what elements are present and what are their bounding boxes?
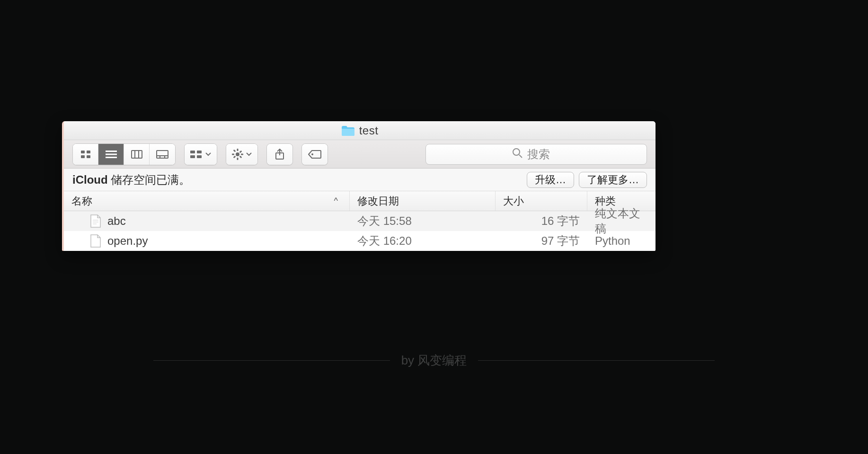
title-bar: test: [64, 121, 655, 140]
file-date: 今天 15:58: [357, 214, 412, 229]
watermark-text: by 风变编程: [401, 352, 467, 369]
search-icon: [512, 148, 523, 161]
svg-rect-2: [81, 155, 85, 158]
view-mode-group: [72, 143, 176, 165]
banner-strong: iCloud: [72, 173, 108, 186]
svg-rect-20: [237, 158, 239, 160]
folder-icon: [341, 125, 354, 136]
svg-rect-17: [197, 155, 202, 158]
svg-rect-19: [237, 149, 239, 151]
svg-rect-16: [197, 151, 202, 153]
window-title: test: [359, 124, 379, 137]
svg-point-18: [236, 152, 239, 156]
search-input[interactable]: [527, 148, 560, 161]
tags-group: [301, 143, 328, 165]
share-button[interactable]: [267, 144, 292, 165]
svg-point-30: [513, 149, 520, 155]
file-icon: [90, 214, 101, 228]
action-button[interactable]: [226, 144, 257, 165]
file-rows: abc 今天 15:58 16 字节 纯文本文稿 open.py 今天 16:2…: [64, 211, 655, 251]
list-view-button[interactable]: [98, 144, 124, 165]
file-size: 97 字节: [541, 233, 580, 249]
action-group: [226, 143, 258, 165]
svg-rect-24: [239, 155, 242, 158]
svg-line-31: [519, 155, 522, 158]
upgrade-button[interactable]: 升级…: [527, 172, 574, 188]
column-headers: 名称 ^ 修改日期 大小 种类: [64, 191, 655, 211]
svg-rect-7: [132, 151, 142, 158]
svg-rect-10: [157, 151, 168, 158]
icon-view-button[interactable]: [73, 144, 98, 165]
svg-rect-21: [232, 153, 234, 155]
file-name: abc: [107, 214, 126, 228]
sort-ascending-icon: ^: [334, 196, 338, 206]
column-header-name-label: 名称: [71, 194, 92, 208]
learn-more-button[interactable]: 了解更多…: [579, 172, 647, 188]
svg-rect-1: [87, 151, 90, 153]
chevron-down-icon: [246, 152, 252, 156]
svg-rect-26: [233, 155, 236, 158]
footer-watermark: by 风变编程: [0, 352, 868, 369]
banner-text: iCloud 储存空间已满。: [72, 172, 190, 187]
svg-rect-3: [87, 155, 90, 158]
svg-rect-4: [106, 151, 117, 152]
file-date: 今天 16:20: [357, 233, 412, 249]
column-header-size[interactable]: 大小: [496, 191, 587, 211]
file-name: open.py: [107, 234, 148, 248]
column-header-date-label: 修改日期: [357, 194, 399, 208]
toolbar: [64, 140, 655, 169]
svg-rect-0: [81, 151, 85, 153]
gallery-view-button[interactable]: [150, 144, 175, 165]
svg-rect-6: [106, 157, 117, 158]
svg-rect-5: [106, 153, 117, 155]
file-kind: Python: [595, 234, 630, 248]
arrange-group: [184, 143, 217, 165]
icloud-storage-banner: iCloud 储存空间已满。 升级… 了解更多…: [64, 169, 655, 191]
banner-rest: 储存空间已满。: [108, 173, 191, 186]
svg-rect-15: [190, 155, 195, 158]
svg-rect-25: [239, 150, 242, 153]
column-view-button[interactable]: [124, 144, 150, 165]
file-icon: [90, 234, 101, 248]
chevron-down-icon: [205, 152, 211, 156]
divider-line: [153, 360, 390, 361]
file-size: 16 字节: [541, 214, 580, 229]
finder-window: test: [62, 121, 655, 251]
svg-point-29: [311, 153, 313, 155]
column-header-size-label: 大小: [503, 194, 524, 208]
tags-button[interactable]: [302, 144, 328, 165]
divider-line: [478, 360, 715, 361]
share-group: [266, 143, 293, 165]
column-header-name[interactable]: 名称 ^: [64, 191, 350, 211]
file-row[interactable]: open.py 今天 16:20 97 字节 Python: [64, 231, 655, 251]
file-row[interactable]: abc 今天 15:58 16 字节 纯文本文稿: [64, 211, 655, 231]
search-wrap: [425, 144, 647, 165]
search-field[interactable]: [425, 144, 647, 165]
svg-rect-14: [190, 151, 195, 153]
column-header-date[interactable]: 修改日期: [350, 191, 496, 211]
arrange-button[interactable]: [185, 144, 217, 165]
svg-rect-23: [233, 149, 236, 152]
svg-rect-22: [241, 153, 243, 155]
